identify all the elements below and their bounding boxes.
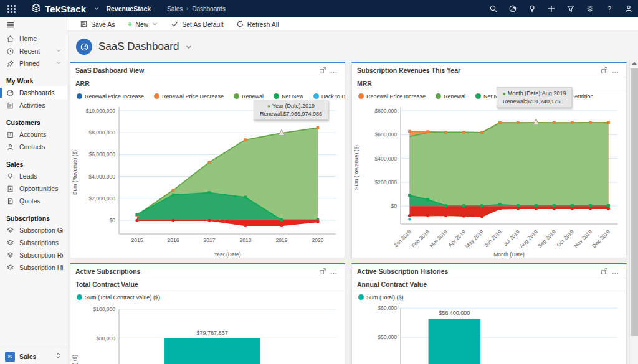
chart-title: Total Contract Value xyxy=(70,278,345,291)
logo-text: TekStack xyxy=(45,4,86,14)
legend-dot xyxy=(77,93,82,99)
breadcrumb-dashboards[interactable]: Dashboards xyxy=(192,6,226,12)
card-active-subscription-histories: Active Subscription Histories … Annual C… xyxy=(351,263,627,364)
legend-item-renewal-price-increase[interactable]: Renewal Price Increase xyxy=(77,93,144,100)
insights-icon[interactable] xyxy=(503,0,522,17)
app-logo[interactable]: TekStack xyxy=(31,3,86,15)
sidebar-item-pinned[interactable]: Pinned xyxy=(0,57,67,70)
more-options-icon[interactable]: … xyxy=(610,65,621,75)
sidebar-item-subscription-revenue[interactable]: Subscription Revenue xyxy=(0,249,67,261)
legend-label: Sum (Total Contract Value) ($) xyxy=(85,294,160,301)
legend-item-back-to-base[interactable]: Back to Base xyxy=(313,93,345,100)
svg-text:$80,000: $80,000 xyxy=(96,335,115,342)
svg-text:2018: 2018 xyxy=(240,237,252,243)
chart-legend: Renewal Price IncreaseRenewalNet NewBack… xyxy=(352,90,626,102)
vertical-scrollbar[interactable] xyxy=(629,59,638,364)
sidebar-item-quotes[interactable]: Quotes xyxy=(0,195,67,207)
sidebar-item-subscription-groups[interactable]: Subscription Groups xyxy=(0,224,67,236)
svg-text:Sum (Revenue) ($): Sum (Revenue) ($) xyxy=(72,150,78,195)
nav-chevron-down-icon[interactable] xyxy=(93,3,100,14)
arr-area-chart[interactable]: $0$2,000,000$4,000,000$6,000,000$8,000,0… xyxy=(70,102,345,258)
sidebar-item-label: Recent xyxy=(19,47,51,55)
new-button[interactable]: +New xyxy=(121,17,165,31)
legend-item-renewal[interactable]: Renewal xyxy=(436,93,465,100)
scroll-up-arrow-icon[interactable] xyxy=(630,59,638,68)
more-options-icon[interactable]: … xyxy=(328,65,340,75)
svg-text:$800,000: $800,000 xyxy=(375,108,398,114)
more-options-icon[interactable]: … xyxy=(328,266,340,276)
set-as-default-button[interactable]: Set As Default xyxy=(164,17,230,31)
sidebar-group-subscriptions: Subscriptions xyxy=(0,213,67,224)
layers-icon xyxy=(6,251,14,259)
svg-text:Aug 2019: Aug 2019 xyxy=(518,228,539,249)
mrr-area-chart[interactable]: $0$200,000$400,000$600,000$800,000Jan 20… xyxy=(352,102,626,258)
chevdown-icon xyxy=(55,60,62,66)
dashboard-selector-chevron-icon[interactable] xyxy=(185,42,193,54)
sidebar-item-subscriptions[interactable]: Subscriptions xyxy=(0,236,67,249)
lightbulb-icon[interactable] xyxy=(522,0,541,17)
legend-dot xyxy=(154,93,160,99)
refresh-all-button[interactable]: Refresh All xyxy=(230,17,285,31)
annual-contract-value-bar-chart[interactable]: $60,000$50,000$40,000$30,000$20,000$10,0… xyxy=(352,303,626,364)
sidebar-item-accounts[interactable]: Accounts xyxy=(0,128,67,141)
legend-item-net-new[interactable]: Net New xyxy=(274,93,303,100)
settings-icon[interactable] xyxy=(580,0,599,17)
legend-item-sum-total-contract-value[interactable]: Sum (Total Contract Value) ($) xyxy=(77,294,160,301)
chart-legend: Sum (Total Contract Value) ($) xyxy=(70,291,345,303)
card-active-subscriptions: Active Subscriptions … Total Contract Va… xyxy=(70,263,345,364)
sidebar-item-contacts[interactable]: Contacts xyxy=(0,141,67,153)
filter-icon[interactable] xyxy=(561,0,580,17)
user-icon xyxy=(624,4,633,13)
breadcrumb-sales[interactable]: Sales xyxy=(167,6,183,12)
clipboard-icon xyxy=(6,101,14,110)
more-options-icon[interactable]: … xyxy=(610,266,621,276)
sidebar-item-leads[interactable]: Leads xyxy=(0,170,67,182)
sitemap-sidebar: HomeRecentPinnedMy WorkDashboardsActivit… xyxy=(0,17,67,364)
expand-icon[interactable] xyxy=(317,266,328,276)
sidebar-item-recent[interactable]: Recent xyxy=(0,45,67,57)
expand-icon[interactable] xyxy=(599,266,610,276)
legend-item-renewal-price-increase[interactable]: Renewal Price Increase xyxy=(358,93,426,100)
card-title: Active Subscription Histories xyxy=(357,268,599,275)
help-icon[interactable]: ? xyxy=(599,0,619,17)
total-contract-value-bar-chart[interactable]: $100,000$80,000$60,000$40,000$20,000$0$7… xyxy=(70,303,345,364)
card-saas-dashboard-view: SaaS Dashboard View … ARR Renewal Price … xyxy=(70,62,345,258)
legend-item-renewal[interactable]: Renewal xyxy=(234,93,264,100)
scrollbar-thumb[interactable] xyxy=(631,68,638,336)
expand-icon[interactable] xyxy=(599,65,610,75)
breadcrumb: Sales › Dashboards xyxy=(167,6,226,12)
save-as-button[interactable]: Save As xyxy=(74,17,121,31)
legend-item-sum-total[interactable]: Sum (Total) ($) xyxy=(358,294,404,301)
search-icon[interactable] xyxy=(483,0,503,17)
user-icon[interactable] xyxy=(619,0,638,17)
sidebar-item-label: Accounts xyxy=(19,131,63,138)
sidebar-item-home[interactable]: Home xyxy=(0,32,67,45)
svg-text:$8,000,000: $8,000,000 xyxy=(88,129,115,136)
expand-icon[interactable] xyxy=(317,65,328,75)
svg-text:Jan 2019: Jan 2019 xyxy=(393,228,412,248)
sitemap-toggle-icon[interactable] xyxy=(0,17,67,32)
layers-icon xyxy=(6,226,14,235)
legend-item-renewal-price-decrease[interactable]: Renewal Price Decrease xyxy=(154,93,224,100)
app-launcher-icon[interactable] xyxy=(0,0,22,17)
sidebar-item-label: Subscriptions xyxy=(19,239,63,246)
add-icon[interactable] xyxy=(541,0,561,17)
svg-text:Sep 2019: Sep 2019 xyxy=(536,228,557,249)
sidebar-item-subscription-histories[interactable]: Subscription Histories xyxy=(0,261,67,274)
topnav-icon-group: ? xyxy=(483,0,638,17)
area-switcher[interactable]: S Sales xyxy=(0,348,67,364)
svg-text:Year (Date): Year (Date) xyxy=(214,251,240,258)
svg-text:2015: 2015 xyxy=(131,237,143,243)
chevdown-icon xyxy=(151,21,158,27)
sidebar-item-dashboards[interactable]: Dashboards xyxy=(0,86,67,99)
svg-text:2016: 2016 xyxy=(168,237,179,243)
save-icon xyxy=(80,20,88,28)
legend-dot xyxy=(358,93,364,99)
sidebar-item-opportunities[interactable]: Opportunities xyxy=(0,182,67,195)
environment-name[interactable]: RevenueStack xyxy=(106,5,151,12)
card-subscription-revenues: Subscription Revenues This Year … MRR Re… xyxy=(351,62,627,258)
svg-text:$56,400,000: $56,400,000 xyxy=(439,310,470,316)
bulb-icon xyxy=(6,172,14,180)
svg-text:?: ? xyxy=(607,6,611,12)
sidebar-item-activities[interactable]: Activities xyxy=(0,99,67,111)
